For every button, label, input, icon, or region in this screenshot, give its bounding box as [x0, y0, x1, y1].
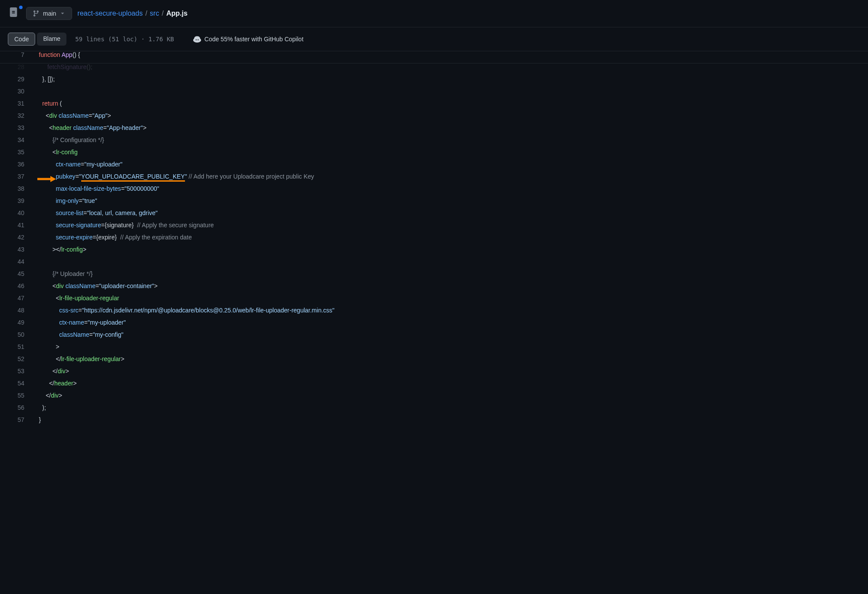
line-number[interactable]: 40: [0, 209, 32, 222]
file-tree-icon[interactable]: [9, 7, 21, 20]
line-number[interactable]: 53: [0, 368, 32, 380]
code-line: max-local-file-size-bytes="500000000": [32, 185, 868, 197]
file-header: main react-secure-uploads / src / App.js: [0, 0, 868, 27]
line-number[interactable]: 37: [0, 173, 32, 185]
code-row: 53 </div>: [0, 368, 868, 380]
code-row: 45 {/* Uploader */}: [0, 270, 868, 282]
code-line: css-src="https://cdn.jsdelivr.net/npm/@u…: [32, 307, 868, 319]
code-row: 54 </header>: [0, 380, 868, 392]
line-number[interactable]: 45: [0, 270, 32, 282]
stats-lines: 59 lines (51 loc): [75, 36, 137, 43]
code-line: }: [32, 416, 868, 428]
breadcrumb-repo[interactable]: react-secure-uploads: [77, 10, 142, 17]
line-number[interactable]: 33: [0, 124, 32, 136]
code-line: );: [32, 404, 868, 416]
code-line: <lr-file-uploader-regular: [32, 295, 868, 307]
line-number[interactable]: 28: [0, 63, 32, 76]
code-line: [32, 88, 868, 100]
code-line: }, []);: [32, 76, 868, 88]
code-row: 28 fetchSignature();: [0, 63, 868, 76]
code-line: ></lr-config>: [32, 246, 868, 258]
code-line: <header className="App-header">: [32, 124, 868, 136]
notification-dot: [19, 6, 23, 9]
annotation-arrow-icon: [37, 176, 56, 183]
line-number[interactable]: 35: [0, 149, 32, 161]
code-row: 51 >: [0, 343, 868, 355]
code-row: 43 ></lr-config>: [0, 246, 868, 258]
line-number[interactable]: 31: [0, 100, 32, 112]
line-number[interactable]: 48: [0, 307, 32, 319]
code-line: [32, 258, 868, 270]
branch-name: main: [43, 10, 56, 17]
code-line: fetchSignature();: [32, 63, 868, 76]
view-tabs: Code Blame: [8, 33, 66, 46]
line-number[interactable]: 41: [0, 222, 32, 234]
copilot-prompt[interactable]: Code 55% faster with GitHub Copilot: [193, 35, 304, 43]
line-number[interactable]: 30: [0, 88, 32, 100]
code-row: 39 img-only="true": [0, 197, 868, 209]
line-number[interactable]: 44: [0, 258, 32, 270]
code-line: <div className="uploader-container">: [32, 282, 868, 295]
line-number[interactable]: 43: [0, 246, 32, 258]
code-row: 55 </div>: [0, 392, 868, 404]
line-number[interactable]: 39: [0, 197, 32, 209]
code-line: {/* Configuration */}: [32, 136, 868, 149]
line-number[interactable]: 42: [0, 234, 32, 246]
code-row: 52 </lr-file-uploader-regular>: [0, 355, 868, 368]
tab-code[interactable]: Code: [8, 33, 35, 46]
code-line: ctx-name="my-uploader": [32, 319, 868, 331]
code-line: secure-expire={expire} // Apply the expi…: [32, 234, 868, 246]
code-row: 47 <lr-file-uploader-regular: [0, 295, 868, 307]
line-number[interactable]: 56: [0, 404, 32, 416]
code-container: 28 fetchSignature();29 }, []);3031 retur…: [0, 63, 868, 428]
line-number[interactable]: 47: [0, 295, 32, 307]
sticky-header-line: 7 function App() {: [0, 51, 868, 63]
code-line: className="my-config": [32, 331, 868, 343]
line-number[interactable]: 38: [0, 185, 32, 197]
code-line-sticky: function App() {: [32, 51, 868, 63]
code-row: 37 pubkey="YOUR_UPLOADCARE_PUBLIC_KEY" /…: [0, 173, 868, 185]
file-stats: 59 lines (51 loc) · 1.76 KB: [75, 36, 174, 43]
line-number[interactable]: 36: [0, 161, 32, 173]
code-row: 46 <div className="uploader-container">: [0, 282, 868, 295]
code-line: >: [32, 343, 868, 355]
line-number[interactable]: 46: [0, 282, 32, 295]
code-row: 48 css-src="https://cdn.jsdelivr.net/npm…: [0, 307, 868, 319]
line-number[interactable]: 7: [0, 51, 32, 63]
code-row: 34 {/* Configuration */}: [0, 136, 868, 149]
code-row: 50 className="my-config": [0, 331, 868, 343]
code-line: return (: [32, 100, 868, 112]
line-number[interactable]: 54: [0, 380, 32, 392]
code-row: 36 ctx-name="my-uploader": [0, 161, 868, 173]
line-number[interactable]: 34: [0, 136, 32, 149]
line-number[interactable]: 32: [0, 112, 32, 124]
code-row: 57 }: [0, 416, 868, 428]
line-number[interactable]: 49: [0, 319, 32, 331]
line-number[interactable]: 55: [0, 392, 32, 404]
code-row: 31 return (: [0, 100, 868, 112]
line-number[interactable]: 29: [0, 76, 32, 88]
code-row: 38 max-local-file-size-bytes="500000000": [0, 185, 868, 197]
code-line: img-only="true": [32, 197, 868, 209]
stats-sep: ·: [137, 36, 148, 43]
code-row: 40 source-list="local, url, camera, gdri…: [0, 209, 868, 222]
line-number[interactable]: 51: [0, 343, 32, 355]
git-branch-icon: [33, 10, 40, 17]
tab-blame[interactable]: Blame: [37, 33, 66, 46]
line-number[interactable]: 52: [0, 355, 32, 368]
breadcrumb-folder[interactable]: src: [150, 10, 159, 17]
breadcrumb: react-secure-uploads / src / App.js: [77, 10, 187, 17]
code-line: </div>: [32, 368, 868, 380]
code-row: 56 );: [0, 404, 868, 416]
code-line: pubkey="YOUR_UPLOADCARE_PUBLIC_KEY" // A…: [32, 173, 868, 185]
copilot-icon: [193, 35, 201, 43]
code-row: 49 ctx-name="my-uploader": [0, 319, 868, 331]
branch-selector[interactable]: main: [26, 7, 72, 20]
code-row: 42 secure-expire={expire} // Apply the e…: [0, 234, 868, 246]
line-number[interactable]: 50: [0, 331, 32, 343]
line-number[interactable]: 57: [0, 416, 32, 428]
code-line: {/* Uploader */}: [32, 270, 868, 282]
code-line: </lr-file-uploader-regular>: [32, 355, 868, 368]
code-line: </div>: [32, 392, 868, 404]
breadcrumb-file: App.js: [166, 10, 188, 17]
